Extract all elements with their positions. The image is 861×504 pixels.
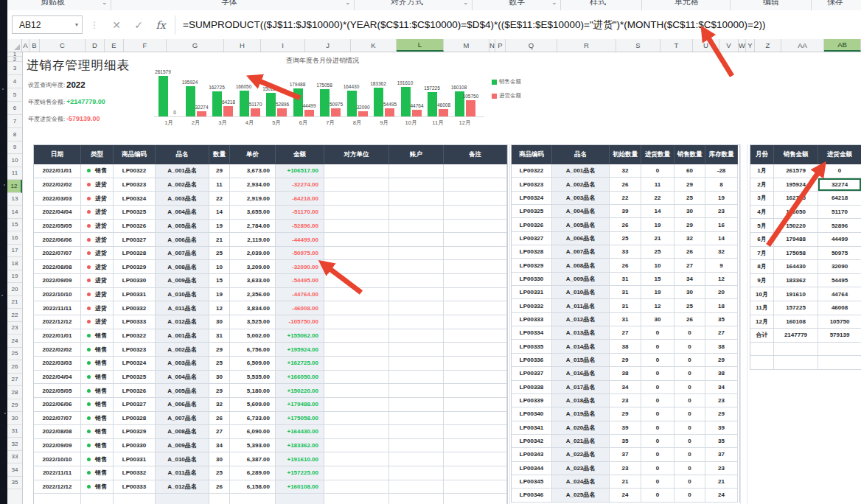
cell[interactable] bbox=[324, 494, 389, 504]
cell[interactable]: 39 bbox=[705, 421, 738, 435]
cell[interactable]: A_024品名 bbox=[552, 475, 610, 489]
cell[interactable] bbox=[444, 260, 507, 274]
cell[interactable]: LP00345 bbox=[512, 475, 552, 489]
cell[interactable]: 50975 bbox=[818, 247, 861, 261]
cell[interactable]: 32 bbox=[610, 164, 641, 178]
cell[interactable]: 179488 bbox=[774, 233, 818, 247]
cell[interactable]: LP00323 bbox=[114, 343, 156, 357]
cell[interactable]: 销售 bbox=[81, 398, 114, 412]
cell[interactable]: 5,609.00 bbox=[230, 398, 276, 412]
cell[interactable]: 25 bbox=[674, 299, 705, 312]
cell[interactable]: 24 bbox=[705, 489, 738, 502]
cell[interactable]: 进货 bbox=[81, 274, 114, 288]
cell[interactable]: 9 bbox=[705, 259, 738, 272]
cell[interactable]: 11 bbox=[209, 178, 230, 192]
cell[interactable]: 0 bbox=[818, 164, 861, 178]
cell[interactable]: 2,356.00 bbox=[230, 288, 276, 302]
cell[interactable]: 37 bbox=[610, 448, 641, 461]
cell[interactable]: A_006品名 bbox=[552, 232, 610, 245]
cell[interactable] bbox=[324, 371, 389, 385]
cell[interactable]: 31 bbox=[610, 286, 641, 299]
cell[interactable]: 8 bbox=[705, 178, 738, 191]
cell[interactable]: 4月 bbox=[750, 206, 774, 220]
cell[interactable]: 44764 bbox=[818, 287, 861, 301]
cell[interactable]: 0 bbox=[641, 462, 674, 475]
column-header-K[interactable]: K bbox=[351, 39, 397, 52]
cell[interactable]: 0 bbox=[674, 340, 705, 353]
cell[interactable]: A_001品名 bbox=[156, 164, 209, 178]
cell[interactable] bbox=[324, 247, 389, 261]
cell[interactable]: 6,733.00 bbox=[230, 412, 276, 426]
cell[interactable]: A_006品名 bbox=[156, 233, 209, 247]
cell[interactable]: 21 bbox=[209, 233, 230, 247]
cell[interactable]: A_011品名 bbox=[552, 299, 610, 312]
cell[interactable] bbox=[114, 494, 156, 504]
cell[interactable]: LP00323 bbox=[512, 178, 552, 191]
row-header-22[interactable]: 22 bbox=[7, 309, 22, 322]
cell[interactable]: LP00331 bbox=[114, 288, 156, 302]
cell[interactable]: 6,756.00 bbox=[230, 343, 276, 357]
cell[interactable]: 31 bbox=[209, 329, 230, 343]
cell[interactable]: 销售 bbox=[81, 452, 114, 466]
cell[interactable]: 2147779 bbox=[774, 329, 818, 343]
cell[interactable] bbox=[324, 274, 389, 288]
cell[interactable]: A_010品名 bbox=[156, 452, 209, 466]
cell[interactable]: 2022/02/02 bbox=[34, 178, 81, 192]
cell[interactable] bbox=[444, 164, 507, 178]
cell[interactable]: LP00339 bbox=[512, 394, 552, 407]
cell[interactable]: 2,934.00 bbox=[230, 178, 276, 192]
cell[interactable] bbox=[389, 412, 444, 426]
cell[interactable]: 157225 bbox=[774, 301, 818, 315]
cell[interactable]: 6,090.00 bbox=[230, 425, 276, 439]
cell[interactable] bbox=[389, 466, 444, 480]
cell[interactable]: A_020品名 bbox=[552, 421, 610, 435]
cell[interactable]: 0 bbox=[674, 435, 705, 448]
cell[interactable]: 51170 bbox=[818, 206, 861, 220]
cell[interactable] bbox=[389, 288, 444, 302]
cell[interactable]: 2022/08/08 bbox=[34, 425, 81, 439]
row-header-6[interactable]: 6 bbox=[7, 102, 22, 115]
cell[interactable]: 3,673.00 bbox=[230, 164, 276, 178]
row-header-10[interactable]: 10 bbox=[7, 154, 22, 167]
cell[interactable]: 14 bbox=[705, 232, 738, 245]
cell[interactable]: 19 bbox=[641, 286, 674, 299]
cell[interactable] bbox=[444, 384, 507, 398]
cell[interactable] bbox=[389, 425, 444, 439]
dialog-launcher-icon[interactable]: ⌄ bbox=[345, 0, 351, 6]
cell[interactable]: A_021品名 bbox=[552, 435, 610, 448]
cell[interactable] bbox=[156, 494, 209, 504]
cell[interactable]: +160108.00 bbox=[276, 480, 324, 494]
cell[interactable]: 销售 bbox=[81, 371, 114, 385]
cell[interactable]: 0 bbox=[674, 354, 705, 367]
cell[interactable]: 2022/12/12 bbox=[34, 480, 81, 494]
cell[interactable]: 0 bbox=[674, 421, 705, 435]
cell[interactable] bbox=[444, 371, 507, 385]
cell[interactable]: -51170.00 bbox=[276, 206, 324, 220]
cell[interactable]: 27 bbox=[610, 326, 641, 340]
cell[interactable]: 23 bbox=[705, 462, 738, 475]
row-header-17[interactable]: 17 bbox=[7, 245, 22, 258]
cell[interactable]: A_014品名 bbox=[552, 340, 610, 353]
cell[interactable]: 6,387.00 bbox=[230, 452, 276, 466]
cell[interactable]: 2022/05/05 bbox=[34, 384, 81, 398]
cell[interactable] bbox=[324, 452, 389, 466]
cell[interactable]: 46008 bbox=[818, 301, 861, 315]
cell[interactable]: -52896.00 bbox=[276, 220, 324, 234]
cell[interactable]: 3,209.00 bbox=[230, 260, 276, 274]
cell[interactable]: 1月 bbox=[750, 164, 774, 178]
cell[interactable]: LP00344 bbox=[512, 462, 552, 475]
cell[interactable] bbox=[324, 466, 389, 480]
cell[interactable]: 27 bbox=[705, 326, 738, 340]
cell[interactable]: A_001品名 bbox=[552, 164, 610, 178]
cell[interactable] bbox=[444, 494, 507, 504]
cell[interactable]: LP00323 bbox=[114, 178, 156, 192]
cell[interactable]: 25 bbox=[209, 247, 230, 261]
cell[interactable]: 11月 bbox=[750, 301, 774, 315]
cell[interactable]: 进货 bbox=[81, 233, 114, 247]
cell[interactable] bbox=[750, 343, 774, 357]
cell[interactable]: 30 bbox=[209, 371, 230, 385]
cell[interactable]: 2,784.00 bbox=[230, 220, 276, 234]
cell[interactable]: 34 bbox=[674, 273, 705, 286]
summary-info-value[interactable]: 2022 bbox=[66, 80, 86, 89]
cell[interactable]: 32090 bbox=[818, 260, 861, 274]
